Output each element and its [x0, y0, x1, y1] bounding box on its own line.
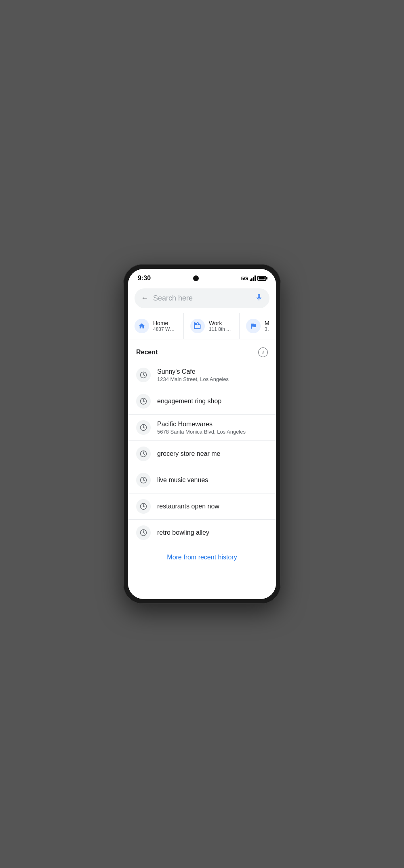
recent-title: Recent	[136, 349, 158, 356]
recent-header: Recent i	[128, 339, 276, 362]
more-label: Mo	[265, 320, 269, 326]
recent-item-text: live music venues	[157, 476, 268, 484]
more-sublabel: 34 -	[265, 326, 269, 332]
home-label: Home	[153, 320, 177, 326]
recent-item-text: restaurants open now	[157, 503, 268, 510]
clock-icon	[136, 447, 151, 461]
recent-item-text: engagement ring shop	[157, 398, 268, 405]
search-input[interactable]: Search here	[153, 294, 250, 303]
list-item[interactable]: grocery store near me	[128, 441, 276, 467]
recent-list: Sunny's Cafe 1234 Main Street, Los Angel…	[128, 362, 276, 546]
back-button[interactable]: ←	[141, 294, 148, 303]
quick-access-home[interactable]: Home 4837 White...	[128, 313, 184, 339]
recent-item-name: live music venues	[157, 476, 268, 484]
recent-item-name: grocery store near me	[157, 450, 268, 457]
status-bar: 9:30 5G	[128, 269, 276, 285]
network-indicator: 5G	[241, 275, 248, 282]
work-sublabel: 111 8th Ave,...	[209, 326, 233, 332]
signal-icon	[250, 275, 256, 281]
work-label: Work	[209, 320, 233, 326]
clock-icon	[136, 420, 151, 435]
battery-icon	[257, 276, 266, 281]
work-text: Work 111 8th Ave,...	[209, 320, 233, 332]
home-icon-circle	[135, 319, 149, 333]
recent-item-name: retro bowling alley	[157, 529, 268, 536]
recent-item-address: 5678 Santa Monica Blvd, Los Angeles	[157, 429, 268, 435]
list-item[interactable]: engagement ring shop	[128, 388, 276, 415]
list-item[interactable]: Sunny's Cafe 1234 Main Street, Los Angel…	[128, 362, 276, 388]
recent-item-text: Pacific Homewares 5678 Santa Monica Blvd…	[157, 421, 268, 435]
clock-icon	[136, 499, 151, 514]
info-icon[interactable]: i	[258, 347, 268, 357]
clock-icon	[136, 394, 151, 409]
recent-section: Recent i Sunny's Cafe 1234 Main St	[128, 339, 276, 599]
phone-frame: 9:30 5G ← Search here	[123, 264, 281, 604]
recent-item-text: grocery store near me	[157, 450, 268, 457]
work-icon-circle	[190, 319, 205, 333]
list-item[interactable]: Pacific Homewares 5678 Santa Monica Blvd…	[128, 415, 276, 441]
recent-item-name: Pacific Homewares	[157, 421, 268, 428]
list-item[interactable]: retro bowling alley	[128, 520, 276, 546]
clock-icon	[136, 473, 151, 487]
recent-item-name: Sunny's Cafe	[157, 368, 268, 375]
home-text: Home 4837 White...	[153, 320, 177, 332]
quick-access-row: Home 4837 White... Work 111 8th Ave,...	[128, 313, 276, 339]
clock-icon	[136, 368, 151, 382]
quick-access-more[interactable]: Mo 34 -	[240, 313, 276, 339]
phone-screen: 9:30 5G ← Search here	[128, 269, 276, 599]
list-item[interactable]: live music venues	[128, 467, 276, 493]
home-sublabel: 4837 White...	[153, 326, 177, 332]
recent-item-address: 1234 Main Street, Los Angeles	[157, 376, 268, 382]
search-bar[interactable]: ← Search here	[135, 288, 269, 308]
flag-icon-circle	[246, 319, 261, 333]
more-history-link[interactable]: More from recent history	[128, 546, 276, 569]
recent-item-name: engagement ring shop	[157, 398, 268, 405]
recent-item-name: restaurants open now	[157, 503, 268, 510]
list-item[interactable]: restaurants open now	[128, 493, 276, 520]
camera-notch	[193, 275, 199, 281]
search-bar-container: ← Search here	[128, 285, 276, 313]
more-text: Mo 34 -	[265, 320, 269, 332]
recent-item-text: Sunny's Cafe 1234 Main Street, Los Angel…	[157, 368, 268, 382]
recent-item-text: retro bowling alley	[157, 529, 268, 536]
status-time: 9:30	[138, 275, 151, 282]
mic-icon[interactable]	[255, 293, 263, 303]
quick-access-work[interactable]: Work 111 8th Ave,...	[184, 313, 240, 339]
status-icons: 5G	[241, 275, 266, 282]
clock-icon	[136, 525, 151, 540]
